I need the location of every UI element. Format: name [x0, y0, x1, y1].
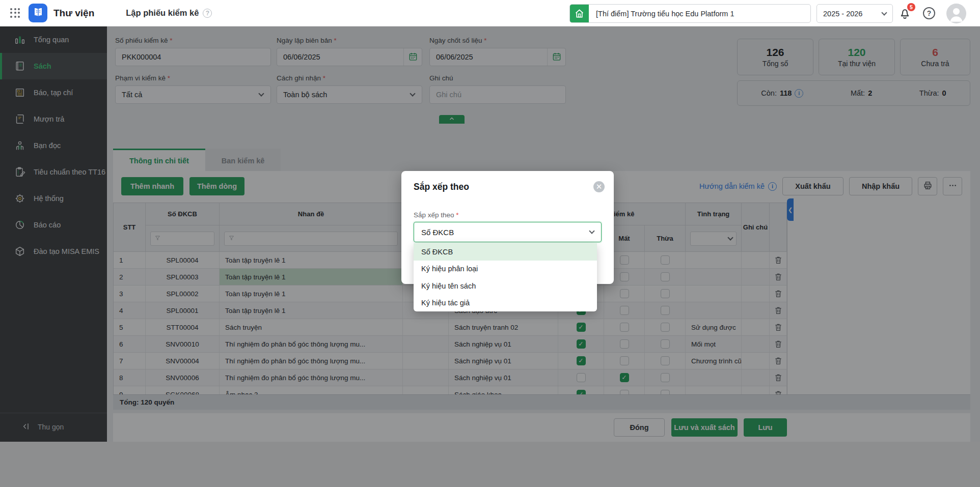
chevron-down-icon — [589, 228, 594, 234]
page-help-icon[interactable]: ? — [203, 9, 212, 18]
home-icon — [570, 5, 589, 22]
notification-badge: 5 — [907, 3, 915, 11]
sort-option[interactable]: Ký hiệu phân loại — [414, 261, 597, 278]
app-launcher-grid-icon[interactable] — [10, 8, 20, 18]
sort-by-value: Số ĐKCB — [421, 228, 454, 237]
modal-title: Sắp xếp theo — [414, 182, 469, 192]
sort-by-select[interactable]: Số ĐKCB — [414, 222, 602, 242]
avatar[interactable] — [946, 4, 966, 23]
sort-options-dropdown: Số ĐKCBKý hiệu phân loạiKý hiệu tên sách… — [414, 243, 597, 311]
sort-option[interactable]: Ký hiệu tên sách — [414, 277, 597, 295]
page-title: Lập phiếu kiểm kê — [126, 8, 199, 18]
notifications-button[interactable]: 5 — [898, 6, 913, 21]
help-button[interactable]: ? — [923, 7, 935, 19]
book-icon — [32, 6, 44, 20]
top-header: Thư viện Lập phiếu kiểm kê ? [Thí điểm] … — [0, 0, 980, 26]
screen: Thư viện Lập phiếu kiểm kê ? [Thí điểm] … — [0, 0, 980, 487]
school-selector[interactable]: [Thí điểm] Trường tiểu học Edu Platform … — [569, 4, 811, 23]
school-name: [Thí điểm] Trường tiểu học Edu Platform … — [589, 5, 810, 22]
chevron-down-icon — [881, 10, 887, 15]
library-app-logo — [29, 4, 47, 22]
app-title: Thư viện — [53, 8, 94, 19]
school-year-select[interactable]: 2025 - 2026 — [816, 4, 893, 23]
sort-field-label: Sắp xếp theo — [414, 211, 454, 219]
sort-option[interactable]: Ký hiệu tác giả — [414, 295, 597, 312]
close-icon[interactable]: ✕ — [593, 181, 605, 192]
person-icon — [946, 16, 966, 23]
bell-icon — [898, 13, 912, 21]
school-year-value: 2025 - 2026 — [823, 10, 862, 18]
sort-option[interactable]: Số ĐKCB — [414, 243, 597, 261]
